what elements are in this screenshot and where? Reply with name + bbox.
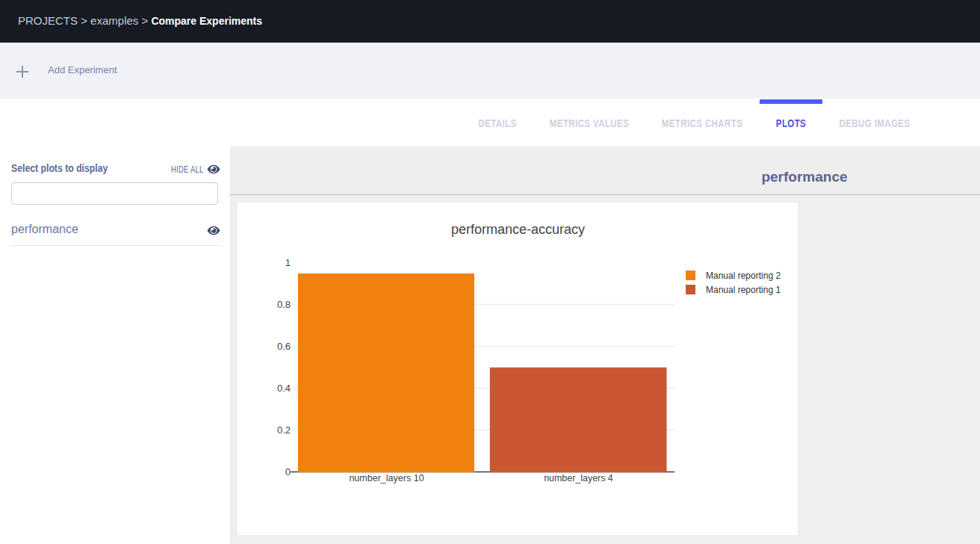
svg-text:performance-accuracy: performance-accuracy — [451, 222, 585, 237]
svg-text:1: 1 — [285, 257, 291, 268]
svg-text:0.8: 0.8 — [277, 299, 291, 310]
svg-text:0.6: 0.6 — [277, 341, 291, 352]
svg-text:0: 0 — [285, 466, 291, 477]
svg-text:0.4: 0.4 — [277, 383, 291, 394]
svg-text:number_layers 10: number_layers 10 — [349, 472, 424, 483]
svg-text:Manual reporting 2: Manual reporting 2 — [706, 271, 781, 281]
svg-text:0.2: 0.2 — [277, 424, 291, 436]
svg-text:Manual reporting 1: Manual reporting 1 — [706, 285, 781, 295]
svg-text:number_layers 4: number_layers 4 — [544, 472, 613, 483]
